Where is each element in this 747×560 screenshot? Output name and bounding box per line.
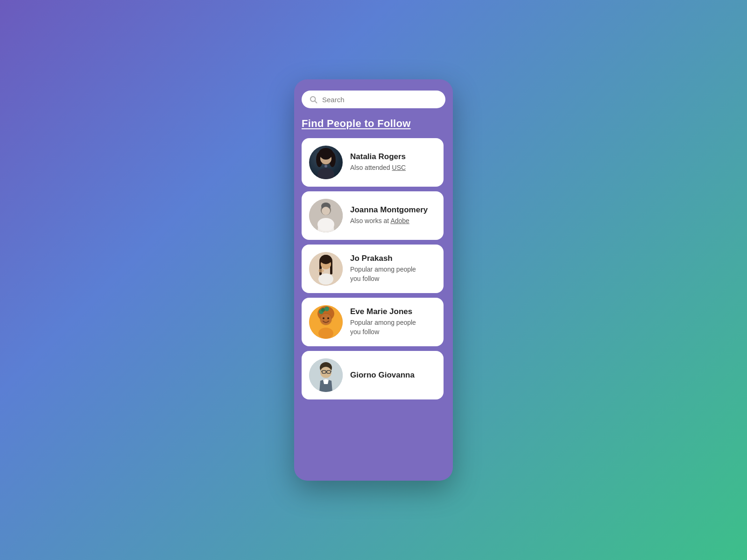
person-name-giorno: Giorno Giovanna: [350, 371, 415, 380]
search-input[interactable]: [322, 96, 438, 104]
person-sub-natalia: Also attended USC: [350, 163, 406, 173]
svg-point-31: [327, 317, 329, 319]
svg-point-22: [318, 273, 333, 285]
svg-point-8: [317, 168, 334, 179]
svg-point-29: [320, 314, 331, 325]
person-info-jo: Jo Prakash Popular among peopleyou follo…: [350, 254, 416, 283]
svg-point-21: [318, 269, 324, 273]
person-card-eve[interactable]: Eve Marie Jones Popular among peopleyou …: [302, 298, 444, 346]
svg-point-20: [320, 255, 331, 264]
svg-point-9: [324, 165, 327, 168]
avatar-jo: [309, 252, 343, 286]
person-card-giorno[interactable]: Giorno Giovanna: [302, 351, 444, 399]
person-info-eve: Eve Marie Jones Popular among peopleyou …: [350, 307, 416, 336]
person-card-jo[interactable]: Jo Prakash Popular among peopleyou follo…: [302, 245, 444, 293]
svg-point-7: [320, 148, 332, 160]
search-icon: [309, 95, 317, 104]
section-title: Find People to Follow: [302, 118, 445, 130]
svg-point-30: [323, 317, 324, 319]
person-sub-eve: Popular among peopleyou follow: [350, 318, 416, 336]
svg-point-13: [322, 207, 330, 215]
joanna-link[interactable]: Adobe: [390, 217, 409, 224]
svg-line-1: [315, 101, 317, 103]
person-info-giorno: Giorno Giovanna: [350, 371, 415, 380]
person-name-joanna: Joanna Montgomery: [350, 205, 428, 215]
svg-point-26: [321, 308, 325, 312]
svg-point-27: [324, 307, 329, 311]
person-name-natalia: Natalia Rogers: [350, 152, 406, 161]
svg-point-32: [318, 328, 333, 339]
avatar-natalia: [309, 146, 343, 179]
people-list: Natalia Rogers Also attended USC: [302, 138, 445, 469]
svg-point-14: [317, 218, 334, 231]
person-sub-jo: Popular among peopleyou follow: [350, 265, 416, 283]
person-card-natalia[interactable]: Natalia Rogers Also attended USC: [302, 138, 444, 187]
avatar-giorno: [309, 358, 343, 392]
person-card-joanna[interactable]: Joanna Montgomery Also works at Adobe: [302, 191, 444, 240]
person-info-joanna: Joanna Montgomery Also works at Adobe: [350, 205, 428, 226]
person-name-eve: Eve Marie Jones: [350, 307, 416, 316]
person-sub-joanna: Also works at Adobe: [350, 217, 428, 226]
person-info-natalia: Natalia Rogers Also attended USC: [350, 152, 406, 173]
search-bar[interactable]: [302, 91, 445, 108]
avatar-joanna: [309, 199, 343, 232]
phone-container: Find People to Follow: [294, 79, 453, 481]
avatar-eve: [309, 305, 343, 339]
natalia-link[interactable]: USC: [392, 164, 406, 171]
person-name-jo: Jo Prakash: [350, 254, 416, 263]
